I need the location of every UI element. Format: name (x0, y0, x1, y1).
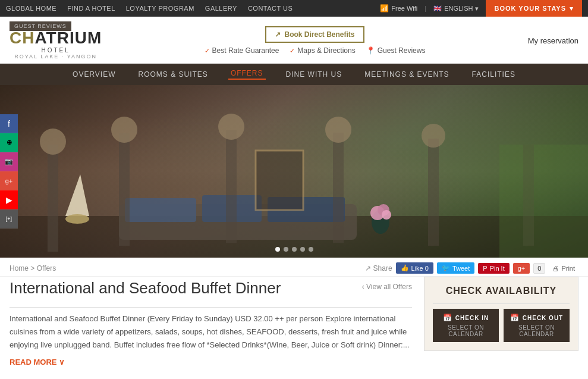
pin-icon: 📍 (366, 46, 375, 55)
svg-rect-8 (333, 133, 344, 243)
share-bar: ↗ Share 👍 Like 0 🐦 Tweet P Pin It g+ 0 🖨… (365, 262, 578, 274)
chevron-down-icon-2: ∨ (59, 358, 65, 367)
svg-point-11 (40, 129, 66, 155)
check-availability-widget: CHECK AVAILABILITY 📅 CHECK IN SELECT ON … (424, 277, 578, 351)
svg-point-13 (218, 114, 244, 140)
nav-facilities[interactable]: FACILITIES (470, 70, 518, 79)
guest-reviews-link[interactable]: 📍 Guest Reviews (366, 46, 426, 55)
gplus-icon: g+ (518, 265, 526, 272)
read-more-link[interactable]: READ MORE ∨ (10, 358, 412, 367)
header-center: ↗ Book Direct Benefits ✓ Best Rate Guara… (205, 26, 426, 55)
checkin-box[interactable]: 📅 CHECK IN SELECT ON CALENDAR (433, 309, 499, 342)
guest-reviews-tab[interactable]: GUEST REVIEWS (10, 21, 71, 31)
dot-2[interactable] (284, 247, 288, 252)
svg-point-14 (325, 117, 351, 143)
checkout-sub: SELECT ON CALENDAR (508, 324, 565, 337)
nav-dine-with-us[interactable]: DINE WITH US (284, 70, 345, 79)
header-links: ✓ Best Rate Guarantee ✓ Maps & Direction… (205, 46, 426, 55)
svg-point-12 (111, 117, 137, 143)
facebook-like-button[interactable]: 👍 Like 0 (396, 262, 433, 274)
dot-3[interactable] (292, 247, 297, 252)
youtube-button[interactable]: ▶ (0, 190, 18, 209)
header-bar: GUEST REVIEWS CHATRIUM HOTEL ROYAL LAKE … (0, 17, 588, 64)
breadcrumb-home[interactable]: Home (10, 264, 29, 272)
nav-rooms-suites[interactable]: ROOMS & SUITES (136, 70, 210, 79)
twitter-icon: 🐦 (442, 264, 450, 272)
page-title: International and Seafood Buffet Dinner (10, 279, 281, 297)
arrow-icon: ↗ (275, 30, 281, 39)
instagram-button[interactable]: 📷 (0, 152, 18, 171)
top-navigation: GLOBAL HOME FIND A HOTEL LOYALTY PROGRAM… (0, 0, 588, 17)
checkout-label: 📅 CHECK OUT (508, 314, 565, 322)
googleplus-share-button[interactable]: g+ (513, 263, 530, 274)
my-reservation-link[interactable]: My reservation (528, 36, 578, 45)
main-content: International and Seafood Buffet Dinner … (0, 277, 588, 378)
thumbs-up-icon: 👍 (401, 264, 409, 272)
svg-rect-7 (226, 130, 237, 243)
maps-directions-link[interactable]: ✓ Maps & Directions (290, 46, 355, 55)
breadcrumb-share-row: Home > Offers ↗ Share 👍 Like 0 🐦 Tweet P… (0, 258, 588, 277)
svg-point-17 (65, 214, 89, 224)
svg-marker-16 (65, 174, 89, 216)
view-all-offers: ‹ View all Offers (362, 283, 412, 291)
print-button[interactable]: 🖨 Print (549, 263, 578, 274)
svg-point-15 (422, 124, 445, 148)
sub-navigation: OVERVIEW ROOMS & SUITES OFFERS DINE WITH… (0, 64, 588, 85)
gplus-count: 0 (533, 263, 545, 274)
logo-name: CHATRIUM (10, 30, 102, 46)
nav-meetings-events[interactable]: MEETINGS & EVENTS (362, 70, 451, 79)
nav-offers[interactable]: OFFERS (228, 69, 266, 80)
top-nav-right: 📶 Free Wifi | 🇬🇧 ENGLISH ▾ BOOK YOUR STA… (380, 0, 582, 17)
dot-4[interactable] (300, 247, 305, 252)
wifi-icon: 📶 (380, 4, 389, 12)
hero-image: f ⊕ 📷 g+ ▶ [+] (0, 85, 588, 258)
svg-rect-22 (499, 145, 588, 258)
checkout-box[interactable]: 📅 CHECK OUT SELECT ON CALENDAR (504, 309, 570, 342)
title-separator (10, 307, 412, 308)
dot-5[interactable] (309, 247, 313, 252)
social-sidebar: f ⊕ 📷 g+ ▶ [+] (0, 114, 18, 228)
svg-point-21 (382, 210, 391, 220)
nav-loyalty[interactable]: LOYALTY PROGRAM (126, 5, 194, 12)
calendar-icon-checkout: 📅 (510, 314, 520, 322)
content-left: International and Seafood Buffet Dinner … (10, 277, 412, 367)
svg-rect-9 (428, 139, 439, 246)
avail-separator (433, 303, 570, 304)
chevron-down-icon: ▾ (570, 5, 574, 12)
logo-hotel: HOTEL (10, 47, 102, 54)
book-stays-button[interactable]: BOOK YOUR STAYS ▾ (486, 0, 582, 17)
nav-contact[interactable]: CONTACT US (248, 5, 293, 12)
dot-1[interactable] (275, 247, 280, 252)
pinterest-button[interactable]: P Pin It (478, 263, 509, 274)
divider: | (425, 5, 426, 12)
nav-find-hotel[interactable]: FIND A HOTEL (67, 5, 115, 12)
checkin-label: 📅 CHECK IN (438, 314, 494, 322)
dropdown-icon: ▾ (475, 5, 479, 12)
svg-rect-23 (256, 151, 303, 210)
logo-block: GUEST REVIEWS CHATRIUM HOTEL ROYAL LAKE … (10, 21, 102, 59)
tripadvisor-button[interactable]: ⊕ (0, 133, 18, 152)
breadcrumb-current: Offers (37, 264, 56, 272)
logo-subtitle: ROYAL LAKE · YANGON (10, 54, 102, 59)
check-icon: ✓ (205, 47, 210, 55)
best-rate-link[interactable]: ✓ Best Rate Guarantee (205, 46, 279, 55)
book-direct-button[interactable]: ↗ Book Direct Benefits (265, 26, 364, 43)
more-button[interactable]: [+] (0, 209, 18, 228)
printer-icon: 🖨 (552, 265, 559, 272)
facebook-button[interactable]: f (0, 114, 18, 133)
view-all-link[interactable]: ‹ View all Offers (362, 283, 412, 291)
breadcrumb-separator: > (30, 264, 36, 272)
top-nav-links: GLOBAL HOME FIND A HOTEL LOYALTY PROGRAM… (6, 5, 293, 12)
googleplus-button[interactable]: g+ (0, 171, 18, 190)
pin-icon-share: P (483, 265, 487, 272)
language-selector[interactable]: 🇬🇧 ENGLISH ▾ (433, 5, 479, 12)
nav-overview[interactable]: OVERVIEW (70, 70, 118, 79)
nav-global-home[interactable]: GLOBAL HOME (6, 5, 56, 12)
svg-rect-2 (125, 198, 196, 222)
nav-gallery[interactable]: GALLERY (205, 5, 237, 12)
header-right: My reservation (528, 36, 578, 45)
lobby-svg (0, 85, 588, 258)
svg-rect-6 (119, 133, 130, 246)
check-icon-2: ✓ (290, 47, 295, 55)
tweet-button[interactable]: 🐦 Tweet (437, 262, 474, 274)
